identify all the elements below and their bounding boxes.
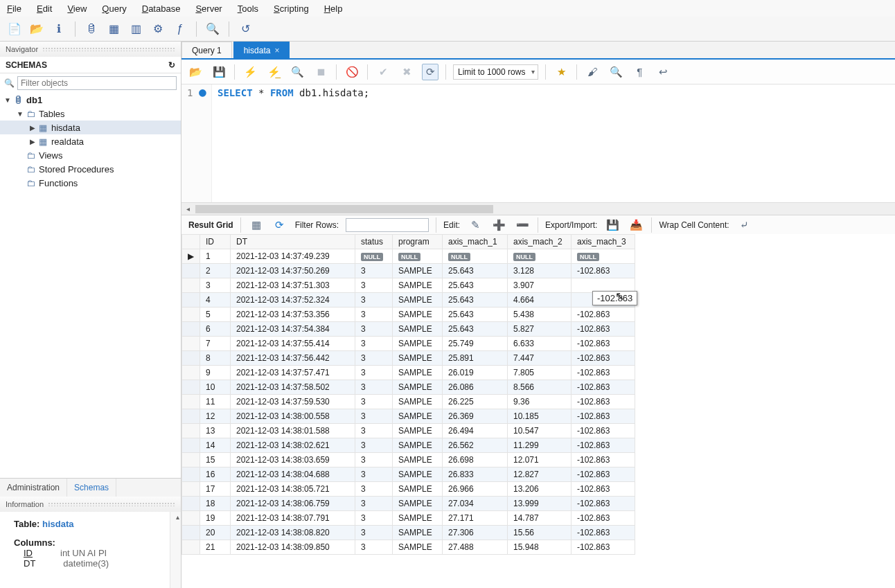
- cell-id[interactable]: 3: [200, 278, 231, 293]
- open-sql-script-icon[interactable]: 📂: [28, 20, 46, 38]
- create-view-icon[interactable]: ▥: [127, 20, 145, 38]
- cell-dt[interactable]: 2021-12-03 14:37:52.324: [231, 293, 355, 308]
- tree-fn-node[interactable]: 🗀 Functions: [0, 176, 181, 190]
- cell-axis3[interactable]: -102.863: [571, 482, 635, 497]
- menu-file[interactable]: File: [7, 3, 21, 14]
- row-header[interactable]: ▶: [182, 249, 200, 264]
- tab-query1[interactable]: Query 1: [181, 42, 232, 58]
- table-row[interactable]: 22021-12-03 14:37:50.2693SAMPLE25.6433.1…: [182, 264, 635, 278]
- cell-axis1[interactable]: 25.643: [443, 278, 508, 293]
- cell-axis3[interactable]: -102.863: [571, 540, 635, 555]
- cell-axis3[interactable]: -102.863: [571, 351, 635, 366]
- stop-icon[interactable]: ⏹: [312, 64, 329, 80]
- cell-axis1[interactable]: 26.019: [443, 366, 508, 380]
- cell-status[interactable]: 3: [355, 540, 393, 555]
- cell-id[interactable]: 10: [200, 380, 231, 395]
- grid-view-icon[interactable]: ▦: [248, 217, 265, 233]
- cell-axis3[interactable]: -102.863: [571, 308, 635, 322]
- refresh-icon[interactable]: ↻: [168, 60, 175, 70]
- refresh-icon[interactable]: ⟳: [272, 217, 288, 233]
- breakpoint-icon[interactable]: ●: [199, 84, 206, 99]
- cell-program[interactable]: NULL: [393, 249, 443, 264]
- col-header-program[interactable]: program: [393, 235, 443, 249]
- row-header[interactable]: [182, 264, 200, 278]
- commit-icon[interactable]: ✔: [375, 64, 391, 80]
- find-icon[interactable]: 🔍: [608, 64, 624, 80]
- create-function-icon[interactable]: ƒ: [171, 20, 189, 38]
- expand-collapse-icon[interactable]: ▶: [28, 138, 37, 145]
- cell-axis2[interactable]: 11.299: [508, 438, 571, 453]
- cell-status[interactable]: NULL: [355, 249, 393, 264]
- cell-id[interactable]: 4: [200, 293, 231, 308]
- filter-rows-input[interactable]: [346, 218, 429, 232]
- cell-dt[interactable]: 2021-12-03 14:37:57.471: [231, 366, 355, 380]
- execute-icon[interactable]: ⚡: [242, 64, 258, 80]
- table-row[interactable]: 102021-12-03 14:37:58.5023SAMPLE26.0868.…: [182, 380, 635, 395]
- cell-axis3[interactable]: -102.863: [571, 322, 635, 337]
- cell-status[interactable]: 3: [355, 337, 393, 351]
- create-table-icon[interactable]: ▦: [105, 20, 123, 38]
- menu-tools[interactable]: Tools: [238, 3, 258, 14]
- favorite-icon[interactable]: ★: [553, 64, 569, 80]
- delete-row-icon[interactable]: ➖: [514, 217, 531, 233]
- cell-axis1[interactable]: 25.643: [443, 308, 508, 322]
- cell-axis2[interactable]: 10.185: [508, 409, 571, 424]
- cell-status[interactable]: 3: [355, 322, 393, 337]
- create-schema-icon[interactable]: 🛢: [82, 20, 100, 38]
- close-icon[interactable]: ×: [274, 46, 279, 55]
- cell-axis3[interactable]: -102.863: [571, 438, 635, 453]
- cell-dt[interactable]: 2021-12-03 14:38:09.850: [231, 540, 355, 555]
- cell-axis1[interactable]: 26.225: [443, 395, 508, 409]
- wrap-cell-icon[interactable]: ⤶: [736, 217, 753, 233]
- menu-server[interactable]: Server: [195, 3, 222, 14]
- export-icon[interactable]: 💾: [604, 217, 621, 233]
- cell-id[interactable]: 18: [200, 497, 231, 511]
- row-header[interactable]: [182, 526, 200, 540]
- cell-dt[interactable]: 2021-12-03 14:37:53.356: [231, 308, 355, 322]
- cell-axis1[interactable]: 26.369: [443, 409, 508, 424]
- execute-current-icon[interactable]: ⚡̲: [265, 64, 282, 80]
- cell-program[interactable]: SAMPLE: [393, 278, 443, 293]
- row-header[interactable]: [182, 453, 200, 467]
- cell-axis1[interactable]: 25.749: [443, 337, 508, 351]
- tree-table-hisdata[interactable]: ▶ ▦ hisdata: [0, 121, 181, 134]
- cell-id[interactable]: 6: [200, 322, 231, 337]
- cell-axis3[interactable]: -102.863: [571, 453, 635, 467]
- cell-program[interactable]: SAMPLE: [393, 351, 443, 366]
- cell-program[interactable]: SAMPLE: [393, 380, 443, 395]
- row-header[interactable]: [182, 467, 200, 482]
- cell-dt[interactable]: 2021-12-03 14:37:56.442: [231, 351, 355, 366]
- cell-id[interactable]: 20: [200, 526, 231, 540]
- cell-id[interactable]: 12: [200, 409, 231, 424]
- result-grid-scroll[interactable]: ID DT status program axis_mach_1 axis_ma…: [181, 234, 895, 588]
- cell-status[interactable]: 3: [355, 395, 393, 409]
- col-header-axis3[interactable]: axis_mach_3: [571, 235, 635, 249]
- cell-dt[interactable]: 2021-12-03 14:38:08.820: [231, 526, 355, 540]
- cell-axis2[interactable]: 8.566: [508, 380, 571, 395]
- menu-query[interactable]: Query: [102, 3, 126, 14]
- cell-id[interactable]: 19: [200, 511, 231, 526]
- table-row[interactable]: 32021-12-03 14:37:51.3033SAMPLE25.6433.9…: [182, 278, 635, 293]
- cell-axis1[interactable]: 26.833: [443, 467, 508, 482]
- table-row[interactable]: 72021-12-03 14:37:55.4143SAMPLE25.7496.6…: [182, 337, 635, 351]
- expand-collapse-icon[interactable]: ▼: [15, 110, 25, 118]
- cell-status[interactable]: 3: [355, 497, 393, 511]
- autocommit-toggle-icon[interactable]: ⟳: [422, 64, 438, 80]
- row-header[interactable]: [182, 395, 200, 409]
- cell-id[interactable]: 13: [200, 424, 231, 438]
- cell-dt[interactable]: 2021-12-03 14:38:04.688: [231, 467, 355, 482]
- cell-axis2[interactable]: 3.907: [508, 278, 571, 293]
- cell-dt[interactable]: 2021-12-03 14:37:54.384: [231, 322, 355, 337]
- edit-row-icon[interactable]: ✎: [467, 217, 484, 233]
- table-row[interactable]: 82021-12-03 14:37:56.4423SAMPLE25.8917.4…: [182, 351, 635, 366]
- cell-dt[interactable]: 2021-12-03 14:38:00.558: [231, 409, 355, 424]
- cell-status[interactable]: 3: [355, 438, 393, 453]
- cell-status[interactable]: 3: [355, 467, 393, 482]
- table-row[interactable]: 132021-12-03 14:38:01.5883SAMPLE26.49410…: [182, 424, 635, 438]
- row-header[interactable]: [182, 424, 200, 438]
- inspector-icon[interactable]: ℹ: [50, 20, 68, 38]
- row-header[interactable]: [182, 380, 200, 395]
- cell-id[interactable]: 17: [200, 482, 231, 497]
- table-row[interactable]: 192021-12-03 14:38:07.7913SAMPLE27.17114…: [182, 511, 635, 526]
- cell-dt[interactable]: 2021-12-03 14:38:01.588: [231, 424, 355, 438]
